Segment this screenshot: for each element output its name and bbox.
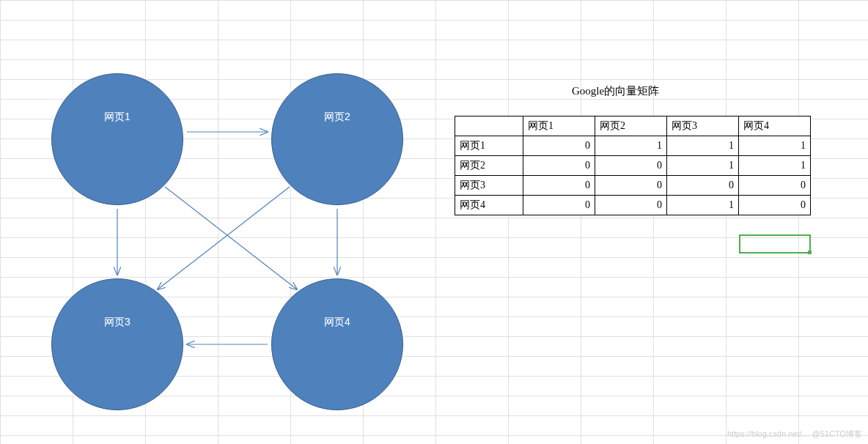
watermark-text: https://blog.csdn.net/… @51CTO博客 (727, 429, 862, 440)
graph-node-3: 网页3 (51, 278, 183, 410)
table-row: 网页3 0 0 0 0 (455, 176, 811, 196)
matrix-cell: 1 (667, 156, 739, 176)
matrix-cell: 0 (739, 196, 811, 215)
matrix-cell: 0 (595, 156, 667, 176)
table-corner-cell (455, 116, 523, 136)
active-cell-selection[interactable] (739, 234, 811, 254)
matrix-cell: 1 (595, 136, 667, 156)
graph-node-label: 网页2 (324, 111, 350, 124)
graph-node-1: 网页1 (51, 73, 183, 205)
matrix-cell: 0 (523, 156, 595, 176)
matrix-cell: 0 (739, 176, 811, 196)
matrix-cell: 0 (523, 136, 595, 156)
matrix-cell: 0 (523, 196, 595, 215)
matrix-cell: 0 (595, 196, 667, 215)
row-header: 网页1 (455, 136, 523, 156)
row-header: 网页3 (455, 176, 523, 196)
matrix-cell: 0 (595, 176, 667, 196)
adjacency-matrix-table: 网页1 网页2 网页3 网页4 网页1 0 1 1 1 网页2 0 0 1 1 … (455, 116, 811, 215)
graph-node-label: 网页3 (104, 316, 130, 329)
graph-node-label: 网页1 (104, 111, 130, 124)
row-header: 网页4 (455, 196, 523, 215)
graph-node-label: 网页4 (324, 316, 350, 329)
col-header: 网页1 (523, 116, 595, 136)
table-header-row: 网页1 网页2 网页3 网页4 (455, 116, 811, 136)
col-header: 网页3 (667, 116, 739, 136)
matrix-cell: 0 (667, 176, 739, 196)
matrix-cell: 0 (523, 176, 595, 196)
table-title: Google的向量矩阵 (572, 84, 659, 98)
col-header: 网页2 (595, 116, 667, 136)
table-row: 网页2 0 0 1 1 (455, 156, 811, 176)
matrix-cell: 1 (739, 156, 811, 176)
table-row: 网页4 0 0 1 0 (455, 196, 811, 215)
matrix-cell: 1 (739, 136, 811, 156)
matrix-cell: 1 (667, 136, 739, 156)
table-row: 网页1 0 1 1 1 (455, 136, 811, 156)
col-header: 网页4 (739, 116, 811, 136)
graph-node-2: 网页2 (271, 73, 403, 205)
matrix-cell: 1 (667, 196, 739, 215)
graph-node-4: 网页4 (271, 278, 403, 410)
row-header: 网页2 (455, 156, 523, 176)
